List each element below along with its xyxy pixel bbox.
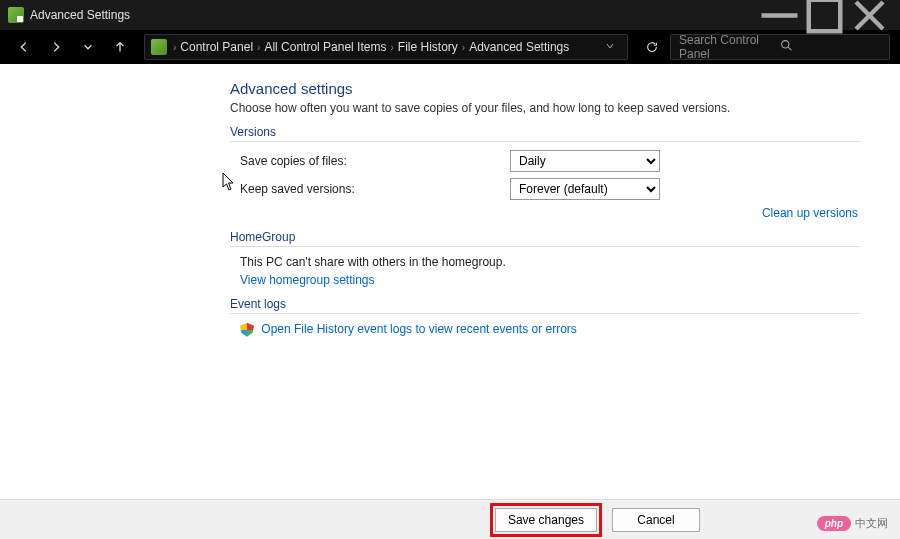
forward-button[interactable] (42, 33, 70, 61)
up-button[interactable] (106, 33, 134, 61)
address-dropdown[interactable] (599, 41, 621, 53)
svg-point-4 (782, 41, 789, 48)
back-button[interactable] (10, 33, 38, 61)
chevron-right-icon: › (173, 42, 176, 53)
row-save-copies: Save copies of files: Daily (230, 150, 860, 172)
minimize-button[interactable] (757, 0, 802, 30)
navbar: › Control Panel › All Control Panel Item… (0, 30, 900, 64)
chevron-right-icon: › (390, 42, 393, 53)
save-button[interactable]: Save changes (495, 508, 597, 532)
watermark: php 中文网 (817, 516, 888, 531)
app-icon (8, 7, 24, 23)
maximize-button[interactable] (802, 0, 847, 30)
keep-versions-label: Keep saved versions: (240, 182, 510, 196)
homegroup-text: This PC can't share with others in the h… (230, 255, 860, 269)
homegroup-settings-link[interactable]: View homegroup settings (240, 273, 375, 287)
search-placeholder: Search Control Panel (679, 33, 780, 61)
save-copies-select[interactable]: Daily (510, 150, 660, 172)
titlebar: Advanced Settings (0, 0, 900, 30)
breadcrumb-item-all-items[interactable]: All Control Panel Items (264, 40, 386, 54)
page-title: Advanced settings (230, 80, 860, 97)
cancel-button[interactable]: Cancel (612, 508, 700, 532)
address-bar[interactable]: › Control Panel › All Control Panel Item… (144, 34, 628, 60)
keep-versions-select[interactable]: Forever (default) (510, 178, 660, 200)
search-input[interactable]: Search Control Panel (670, 34, 890, 60)
section-versions-header: Versions (230, 125, 860, 142)
close-button[interactable] (847, 0, 892, 30)
svg-rect-1 (809, 0, 841, 31)
window-title: Advanced Settings (30, 8, 757, 22)
chevron-right-icon: › (257, 42, 260, 53)
cleanup-versions-link[interactable]: Clean up versions (762, 206, 858, 220)
refresh-button[interactable] (638, 33, 666, 61)
breadcrumb-item-file-history[interactable]: File History (398, 40, 458, 54)
footer: Save changes Cancel (0, 499, 900, 539)
breadcrumb-item-advanced[interactable]: Advanced Settings (469, 40, 569, 54)
shield-icon (240, 323, 254, 337)
breadcrumb-item-control-panel[interactable]: Control Panel (180, 40, 253, 54)
chevron-right-icon: › (462, 42, 465, 53)
search-icon (780, 39, 881, 55)
page-description: Choose how often you want to save copies… (230, 101, 860, 115)
section-homegroup-header: HomeGroup (230, 230, 860, 247)
event-logs-link[interactable]: Open File History event logs to view rec… (261, 322, 576, 336)
row-keep-versions: Keep saved versions: Forever (default) (230, 178, 860, 200)
recent-dropdown[interactable] (74, 33, 102, 61)
window-controls (757, 0, 892, 30)
breadcrumb: › Control Panel › All Control Panel Item… (173, 40, 599, 54)
content-pane: Advanced settings Choose how often you w… (0, 64, 900, 499)
watermark-badge: php (817, 516, 851, 531)
control-panel-icon (151, 39, 167, 55)
watermark-text: 中文网 (855, 516, 888, 531)
svg-line-5 (788, 47, 791, 50)
section-eventlogs-header: Event logs (230, 297, 860, 314)
save-button-highlight: Save changes (490, 503, 602, 537)
save-copies-label: Save copies of files: (240, 154, 510, 168)
